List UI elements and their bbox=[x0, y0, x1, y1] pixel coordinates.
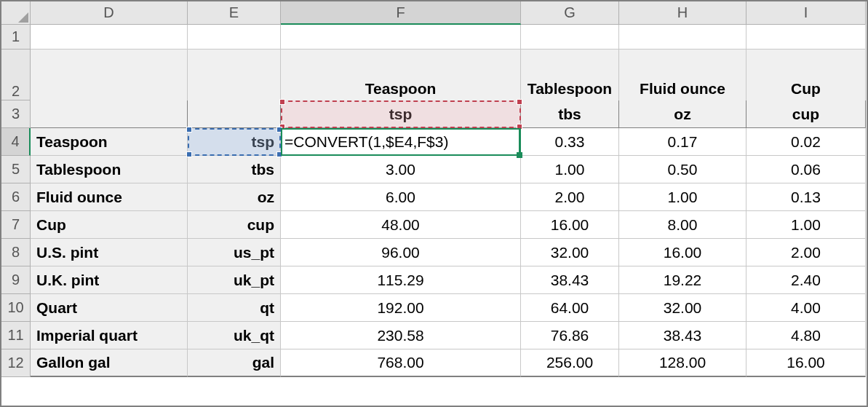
col-header-E[interactable]: E bbox=[188, 1, 281, 25]
cell-D8[interactable]: U.S. pint bbox=[31, 239, 188, 266]
cell-H4[interactable]: 0.17 bbox=[619, 128, 746, 156]
cell-E9[interactable]: uk_pt bbox=[188, 266, 281, 294]
cell-I6[interactable]: 0.13 bbox=[746, 183, 866, 211]
select-all-corner[interactable] bbox=[1, 1, 31, 25]
cell-G10[interactable]: 64.00 bbox=[521, 294, 619, 322]
row-header-3[interactable]: 3 bbox=[1, 100, 31, 128]
cell-E7[interactable]: cup bbox=[188, 211, 281, 239]
cell-I10[interactable]: 4.00 bbox=[746, 294, 866, 322]
cell-F12[interactable]: 768.00 bbox=[281, 349, 521, 377]
row-header-6[interactable]: 6 bbox=[1, 183, 31, 211]
cell-I5[interactable]: 0.06 bbox=[746, 156, 866, 183]
cell-H6[interactable]: 1.00 bbox=[619, 183, 746, 211]
cell-D7[interactable]: Cup bbox=[31, 211, 188, 239]
cell-H9[interactable]: 19.22 bbox=[619, 266, 746, 294]
col-header-D[interactable]: D bbox=[31, 1, 188, 25]
spreadsheet-grid[interactable]: D E F G H I 1 2 Teaspoon Tablespoon Flui… bbox=[1, 1, 867, 377]
cell-H3[interactable]: oz bbox=[619, 100, 746, 128]
cell-D6[interactable]: Fluid ounce bbox=[31, 183, 188, 211]
row-header-1[interactable]: 1 bbox=[1, 25, 31, 50]
cell-G7[interactable]: 16.00 bbox=[521, 211, 619, 239]
col-header-I[interactable]: I bbox=[746, 1, 866, 25]
cell-E10[interactable]: qt bbox=[188, 294, 281, 322]
cell-H10[interactable]: 32.00 bbox=[619, 294, 746, 322]
cell-I9[interactable]: 2.40 bbox=[746, 266, 866, 294]
cell-F11[interactable]: 230.58 bbox=[281, 322, 521, 349]
cell-D11[interactable]: Imperial quart bbox=[31, 322, 188, 349]
cell-E1[interactable] bbox=[188, 25, 281, 50]
cell-F7[interactable]: 48.00 bbox=[281, 211, 521, 239]
cell-E11[interactable]: uk_qt bbox=[188, 322, 281, 349]
cell-H1[interactable] bbox=[619, 25, 746, 50]
cell-G12[interactable]: 256.00 bbox=[521, 349, 619, 377]
cell-D12[interactable]: Gallon gal bbox=[31, 349, 188, 377]
cell-I11[interactable]: 4.80 bbox=[746, 322, 866, 349]
cell-F3[interactable]: tsp bbox=[281, 100, 521, 128]
cell-E5[interactable]: tbs bbox=[188, 156, 281, 183]
cell-D1[interactable] bbox=[31, 25, 188, 50]
cell-E6[interactable]: oz bbox=[188, 183, 281, 211]
cell-I8[interactable]: 2.00 bbox=[746, 239, 866, 266]
cell-F10[interactable]: 192.00 bbox=[281, 294, 521, 322]
cell-F8[interactable]: 96.00 bbox=[281, 239, 521, 266]
cell-I12[interactable]: 16.00 bbox=[746, 349, 866, 377]
col-header-F[interactable]: F bbox=[281, 1, 521, 25]
cell-I4[interactable]: 0.02 bbox=[746, 128, 866, 156]
cell-G1[interactable] bbox=[521, 25, 619, 50]
col-header-H[interactable]: H bbox=[619, 1, 746, 25]
cell-D4[interactable]: Teaspoon bbox=[31, 128, 188, 156]
cell-G6[interactable]: 2.00 bbox=[521, 183, 619, 211]
cell-F5[interactable]: 3.00 bbox=[281, 156, 521, 183]
cell-H5[interactable]: 0.50 bbox=[619, 156, 746, 183]
cell-H12[interactable]: 128.00 bbox=[619, 349, 746, 377]
cell-H11[interactable]: 38.43 bbox=[619, 322, 746, 349]
cell-E12[interactable]: gal bbox=[188, 349, 281, 377]
cell-F9[interactable]: 115.29 bbox=[281, 266, 521, 294]
cell-F6[interactable]: 6.00 bbox=[281, 183, 521, 211]
cell-H8[interactable]: 16.00 bbox=[619, 239, 746, 266]
cell-G4[interactable]: 0.33 bbox=[521, 128, 619, 156]
row-header-10[interactable]: 10 bbox=[1, 294, 31, 322]
cell-D10[interactable]: Quart bbox=[31, 294, 188, 322]
cell-H2[interactable]: Fluid ounce bbox=[619, 50, 746, 100]
cell-E4[interactable]: tsp bbox=[188, 128, 281, 156]
row-header-11[interactable]: 11 bbox=[1, 322, 31, 349]
col-header-G[interactable]: G bbox=[521, 1, 619, 25]
row-header-8[interactable]: 8 bbox=[1, 239, 31, 266]
row-header-4[interactable]: 4 bbox=[1, 128, 31, 156]
cell-E3[interactable] bbox=[188, 100, 281, 128]
cell-F1[interactable] bbox=[281, 25, 521, 50]
cell-I3[interactable]: cup bbox=[746, 100, 866, 128]
row-header-5[interactable]: 5 bbox=[1, 156, 31, 183]
cell-F4[interactable]: =CONVERT(1,$E4,F$3) bbox=[281, 128, 521, 156]
row-header-7[interactable]: 7 bbox=[1, 211, 31, 239]
cell-G8[interactable]: 32.00 bbox=[521, 239, 619, 266]
cell-D5[interactable]: Tablespoon bbox=[31, 156, 188, 183]
cell-I2[interactable]: Cup bbox=[746, 50, 866, 100]
cell-G3[interactable]: tbs bbox=[521, 100, 619, 128]
cell-E8[interactable]: us_pt bbox=[188, 239, 281, 266]
cell-E2[interactable] bbox=[188, 50, 281, 100]
cell-I1[interactable] bbox=[746, 25, 866, 50]
cell-H7[interactable]: 8.00 bbox=[619, 211, 746, 239]
cell-G11[interactable]: 76.86 bbox=[521, 322, 619, 349]
cell-G5[interactable]: 1.00 bbox=[521, 156, 619, 183]
cell-G2[interactable]: Tablespoon bbox=[521, 50, 619, 100]
cell-D3[interactable] bbox=[31, 100, 188, 128]
cell-I7[interactable]: 1.00 bbox=[746, 211, 866, 239]
row-header-2[interactable]: 2 bbox=[1, 50, 31, 100]
cell-D2[interactable] bbox=[31, 50, 188, 100]
row-header-9[interactable]: 9 bbox=[1, 266, 31, 294]
cell-D9[interactable]: U.K. pint bbox=[31, 266, 188, 294]
row-header-12[interactable]: 12 bbox=[1, 349, 31, 377]
cell-F2[interactable]: Teaspoon bbox=[281, 50, 521, 100]
cell-G9[interactable]: 38.43 bbox=[521, 266, 619, 294]
